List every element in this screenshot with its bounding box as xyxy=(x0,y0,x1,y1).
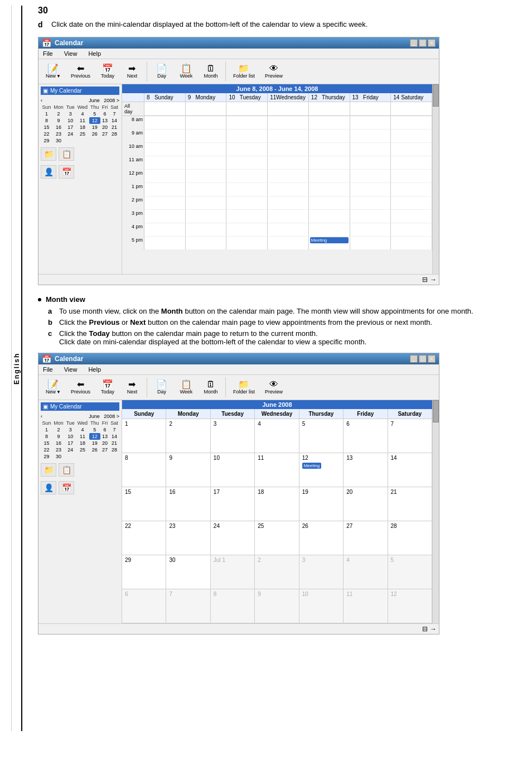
month-cell-14[interactable]: 14 xyxy=(388,453,432,487)
month-cell-12[interactable]: 12 Meeting xyxy=(299,453,344,487)
2pm-tue[interactable] xyxy=(226,196,268,210)
mini-day-20[interactable]: 20 xyxy=(100,124,109,131)
mini-cal-prev[interactable]: ‹ xyxy=(41,98,42,103)
10am-sat[interactable] xyxy=(391,143,432,156)
month-mini-d6[interactable]: 6 xyxy=(100,426,109,433)
8am-mon[interactable] xyxy=(186,116,227,129)
12pm-mon[interactable] xyxy=(186,170,227,183)
month-mini-d12[interactable]: 12 xyxy=(89,433,100,440)
1pm-tue[interactable] xyxy=(226,183,268,196)
month-cell-5[interactable]: 5 xyxy=(299,419,344,453)
month-scrollbar-thumb[interactable] xyxy=(433,400,439,422)
month-mini-d26[interactable]: 26 xyxy=(89,446,100,453)
month-mini-d28[interactable]: 28 xyxy=(109,446,119,453)
month-cell-jul6[interactable]: 6 xyxy=(122,589,166,623)
month-cell-13[interactable]: 13 xyxy=(344,453,388,487)
10am-sun[interactable] xyxy=(144,143,186,156)
1pm-wed[interactable] xyxy=(268,183,309,196)
mini-day-26[interactable]: 26 xyxy=(89,131,100,137)
month-close-button[interactable]: × xyxy=(428,355,436,363)
month-cell-21[interactable]: 21 xyxy=(388,487,432,521)
month-mini-prev[interactable]: ‹ xyxy=(41,414,42,419)
mini-day-30[interactable]: 30 xyxy=(52,137,65,144)
11am-sat[interactable] xyxy=(391,156,432,170)
3pm-sun[interactable] xyxy=(144,210,186,223)
12pm-fri[interactable] xyxy=(350,170,391,183)
month-cell-2[interactable]: 2 xyxy=(166,419,210,453)
mini-day-25[interactable]: 25 xyxy=(76,131,89,137)
mini-day-27[interactable]: 27 xyxy=(100,131,109,137)
10am-mon[interactable] xyxy=(186,143,227,156)
12pm-sun[interactable] xyxy=(144,170,186,183)
menu-help[interactable]: Help xyxy=(86,50,103,57)
folder-list-button[interactable]: 📁 Folder list xyxy=(229,63,259,80)
month-mini-d20[interactable]: 20 xyxy=(100,440,109,446)
month-mini-d8[interactable]: 8 xyxy=(41,433,52,440)
mini-day-1[interactable]: 1 xyxy=(41,110,52,117)
month-cell-10[interactable]: 10 xyxy=(211,453,255,487)
month-preview-btn[interactable]: 👁 Preview xyxy=(261,378,287,396)
month-menu-help[interactable]: Help xyxy=(86,366,103,373)
month-scrollbar[interactable] xyxy=(432,400,439,623)
month-cell-26[interactable]: 26 xyxy=(299,521,344,555)
month-cell-jul12[interactable]: 12 xyxy=(388,589,432,623)
3pm-sat[interactable] xyxy=(391,210,432,223)
month-mini-d9[interactable]: 9 xyxy=(52,433,65,440)
mini-day-18[interactable]: 18 xyxy=(76,124,89,131)
new-button[interactable]: 📝 New ▼ xyxy=(42,63,65,80)
week-button[interactable]: 📋 Week xyxy=(175,63,197,80)
mini-day-17[interactable]: 17 xyxy=(65,124,76,131)
mini-day-16[interactable]: 16 xyxy=(52,124,65,131)
month-menu-file[interactable]: File xyxy=(41,366,55,373)
meeting-block[interactable]: Meeting xyxy=(310,237,349,243)
10am-fri[interactable] xyxy=(350,143,391,156)
month-new-button[interactable]: 📝 New ▼ xyxy=(42,378,65,396)
mini-day-10[interactable]: 10 xyxy=(65,117,76,124)
month-mini-d18[interactable]: 18 xyxy=(76,440,89,446)
preview-button[interactable]: 👁 Preview xyxy=(261,63,287,80)
1pm-sun[interactable] xyxy=(144,183,186,196)
month-cell-jul2[interactable]: 2 xyxy=(255,555,299,589)
today-button[interactable]: 📅 Today xyxy=(96,63,119,80)
month-today-button[interactable]: 📅 Today xyxy=(96,378,119,396)
2pm-sat[interactable] xyxy=(391,196,432,210)
menu-view[interactable]: View xyxy=(62,50,80,57)
month-cell-29[interactable]: 29 xyxy=(122,555,166,589)
month-status-icon-1[interactable]: ⊟ xyxy=(422,625,428,633)
3pm-tue[interactable] xyxy=(226,210,268,223)
mini-day-3[interactable]: 3 xyxy=(65,110,76,117)
4pm-mon[interactable] xyxy=(186,223,227,237)
month-status-icon-2[interactable]: → xyxy=(430,625,437,633)
5pm-mon[interactable] xyxy=(186,237,227,250)
4pm-wed[interactable] xyxy=(268,223,309,237)
month-cell-jul3[interactable]: 3 xyxy=(299,555,344,589)
month-minimize-button[interactable]: _ xyxy=(410,355,418,363)
12pm-tue[interactable] xyxy=(226,170,268,183)
mini-day-28[interactable]: 28 xyxy=(109,131,119,137)
month-mini-d30[interactable]: 30 xyxy=(52,453,65,460)
5pm-fri[interactable] xyxy=(350,237,391,250)
4pm-sat[interactable] xyxy=(391,223,432,237)
month-mini-d7[interactable]: 7 xyxy=(109,426,119,433)
maximize-button[interactable]: □ xyxy=(419,39,427,47)
sidebar-icon-4[interactable]: 📅 xyxy=(59,165,74,179)
month-cell-23[interactable]: 23 xyxy=(166,521,210,555)
month-cell-25[interactable]: 25 xyxy=(255,521,299,555)
mini-day-13[interactable]: 13 xyxy=(100,117,109,124)
month-cell-jul4[interactable]: 4 xyxy=(344,555,388,589)
1pm-sat[interactable] xyxy=(391,183,432,196)
8am-sun[interactable] xyxy=(144,116,186,129)
mini-day-29[interactable]: 29 xyxy=(41,137,52,144)
month-cell-jul11[interactable]: 11 xyxy=(344,589,388,623)
month-prev-button[interactable]: ⬅ Previous xyxy=(67,378,94,396)
1pm-mon[interactable] xyxy=(186,183,227,196)
5pm-sun[interactable] xyxy=(144,237,186,250)
month-mini-d15[interactable]: 15 xyxy=(41,440,52,446)
4pm-fri[interactable] xyxy=(350,223,391,237)
mini-day-4[interactable]: 4 xyxy=(76,110,89,117)
mini-day-6[interactable]: 6 xyxy=(100,110,109,117)
month-sidebar-icon-2[interactable]: 📋 xyxy=(59,463,74,477)
month-folder-button[interactable]: 📁 Folder list xyxy=(229,378,259,396)
1pm-thu[interactable] xyxy=(309,183,350,196)
month-mini-d19[interactable]: 19 xyxy=(89,440,100,446)
